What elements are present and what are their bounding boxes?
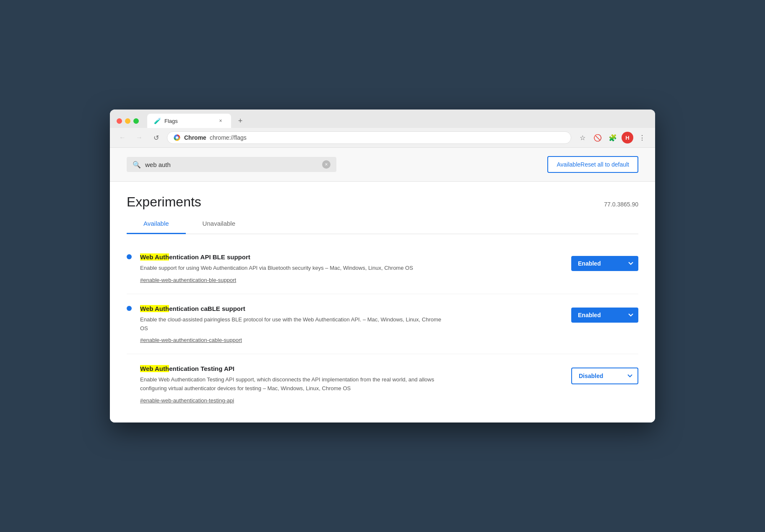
back-button[interactable]: ← bbox=[117, 132, 128, 143]
flag-item-ble-support: Web Authentication API BLE support Enabl… bbox=[127, 243, 638, 294]
minimize-window-button[interactable] bbox=[125, 118, 130, 124]
address-bar: ← → ↺ Chrome chrome://flags ☆ 🚫 🧩 H ⋮ bbox=[110, 128, 655, 148]
flag-indicator-testing bbox=[127, 366, 132, 371]
flag-title-ble: Web Authentication API BLE support bbox=[140, 253, 563, 261]
flag-indicator-cable bbox=[127, 306, 132, 311]
flag-title-highlight: Web Auth bbox=[140, 253, 169, 261]
close-tab-button[interactable]: × bbox=[217, 117, 224, 125]
forward-button[interactable]: → bbox=[133, 132, 145, 143]
chrome-logo-icon bbox=[173, 134, 181, 141]
address-origin: Chrome bbox=[184, 134, 206, 141]
search-icon: 🔍 bbox=[133, 161, 141, 169]
tab-available[interactable]: Available bbox=[127, 214, 186, 234]
tab-label: Flags bbox=[164, 118, 213, 124]
search-area: 🔍 × AvailableReset all to default bbox=[110, 148, 655, 182]
flag-title-testing: Web Authentication Testing API bbox=[140, 364, 563, 373]
active-tab[interactable]: 🧪 Flags × bbox=[147, 114, 231, 128]
reload-button[interactable]: ↺ bbox=[150, 132, 162, 143]
menu-icon[interactable]: ⋮ bbox=[636, 131, 648, 144]
no-entry-icon[interactable]: 🚫 bbox=[591, 131, 604, 144]
search-input[interactable] bbox=[145, 161, 318, 168]
flag-hash-testing[interactable]: #enable-web-authentication-testing-api bbox=[140, 397, 234, 404]
flags-list: Web Authentication API BLE support Enabl… bbox=[110, 234, 655, 422]
flag-title-rest-cable: entication caBLE support bbox=[169, 305, 245, 312]
new-tab-button[interactable]: + bbox=[234, 115, 246, 127]
toolbar-icons: ☆ 🚫 🧩 H ⋮ bbox=[576, 131, 648, 144]
tab-unavailable[interactable]: Unavailable bbox=[186, 214, 252, 234]
flag-item-testing-api: Web Authentication Testing API Enable We… bbox=[127, 354, 638, 414]
tab-icon: 🧪 bbox=[154, 117, 161, 124]
flag-select-testing[interactable]: Default Enabled Disabled bbox=[571, 368, 638, 384]
flag-content-ble: Web Authentication API BLE support Enabl… bbox=[140, 253, 563, 284]
address-path: chrome://flags bbox=[210, 134, 247, 141]
flag-title-rest-testing: entication Testing API bbox=[169, 365, 234, 372]
flag-description-testing: Enable Web Authentication Testing API su… bbox=[140, 376, 442, 393]
bookmark-icon[interactable]: ☆ bbox=[576, 131, 589, 144]
experiments-header: Experiments 77.0.3865.90 bbox=[110, 182, 655, 214]
tab-row: 🧪 Flags × + bbox=[117, 114, 648, 128]
flag-control-testing: Default Enabled Disabled bbox=[571, 368, 638, 384]
extensions-icon[interactable]: 🧩 bbox=[606, 131, 619, 144]
flag-content-testing: Web Authentication Testing API Enable We… bbox=[140, 364, 563, 404]
flag-title-highlight-cable: Web Auth bbox=[140, 305, 169, 312]
flag-control-ble: Default Enabled Disabled bbox=[571, 256, 638, 271]
flag-hash-ble[interactable]: #enable-web-authentication-ble-support bbox=[140, 277, 236, 283]
tab-navigation: Available Unavailable bbox=[127, 214, 638, 234]
experiments-title: Experiments bbox=[127, 194, 201, 210]
browser-window: 🧪 Flags × + ← → ↺ Chrome chrome://flags … bbox=[110, 110, 655, 422]
flag-select-cable[interactable]: Default Enabled Disabled bbox=[571, 308, 638, 323]
reset-all-button[interactable]: AvailableReset all to default bbox=[547, 156, 638, 173]
flag-indicator-ble bbox=[127, 254, 132, 259]
avatar[interactable]: H bbox=[622, 132, 633, 143]
traffic-lights bbox=[117, 118, 139, 124]
flag-description-ble: Enable support for using Web Authenticat… bbox=[140, 264, 442, 273]
search-clear-button[interactable]: × bbox=[322, 160, 330, 169]
maximize-window-button[interactable] bbox=[133, 118, 139, 124]
flag-control-cable: Default Enabled Disabled bbox=[571, 308, 638, 323]
flag-title-highlight-testing: Web Auth bbox=[140, 365, 169, 372]
flag-title-cable: Web Authentication caBLE support bbox=[140, 304, 563, 313]
flag-item-cable-support: Web Authentication caBLE support Enable … bbox=[127, 294, 638, 355]
version-text: 77.0.3865.90 bbox=[604, 201, 638, 208]
flag-title-rest: entication API BLE support bbox=[169, 253, 250, 261]
flag-select-ble[interactable]: Default Enabled Disabled bbox=[571, 256, 638, 271]
flag-hash-cable[interactable]: #enable-web-authentication-cable-support bbox=[140, 337, 242, 343]
close-window-button[interactable] bbox=[117, 118, 122, 124]
flag-content-cable: Web Authentication caBLE support Enable … bbox=[140, 304, 563, 344]
svg-point-1 bbox=[176, 136, 178, 139]
flag-description-cable: Enable the cloud-assisted pairingless BL… bbox=[140, 316, 442, 333]
page-content: 🔍 × AvailableReset all to default Experi… bbox=[110, 148, 655, 422]
title-bar: 🧪 Flags × + bbox=[110, 110, 655, 128]
search-box: 🔍 × bbox=[127, 157, 336, 172]
address-box[interactable]: Chrome chrome://flags bbox=[167, 131, 571, 144]
